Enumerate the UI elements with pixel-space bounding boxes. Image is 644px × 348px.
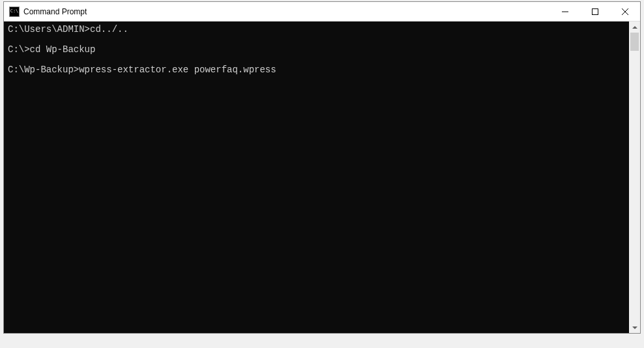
close-button[interactable]	[610, 2, 640, 21]
scroll-track[interactable]	[629, 33, 640, 322]
window-controls	[550, 2, 640, 21]
command-prompt-window: C:\ Command Prompt C:\Us	[3, 1, 641, 334]
svg-rect-1	[593, 8, 598, 14]
terminal-line: C:\Users\ADMIN>cd../..	[8, 24, 625, 35]
content-area: C:\Users\ADMIN>cd../.. C:\>cd Wp-Backup …	[4, 22, 640, 333]
cmd-icon-glyph: C:\	[10, 9, 19, 14]
vertical-scrollbar[interactable]	[629, 22, 640, 333]
minimize-button[interactable]	[550, 2, 580, 21]
chevron-down-icon	[632, 326, 637, 329]
terminal-output[interactable]: C:\Users\ADMIN>cd../.. C:\>cd Wp-Backup …	[4, 22, 629, 333]
minimize-icon	[562, 8, 568, 15]
scroll-up-button[interactable]	[629, 22, 640, 33]
maximize-button[interactable]	[580, 2, 610, 21]
terminal-line: C:\>cd Wp-Backup	[8, 44, 625, 55]
chevron-up-icon	[632, 26, 637, 29]
scroll-down-button[interactable]	[629, 322, 640, 333]
close-icon	[622, 8, 628, 15]
titlebar[interactable]: C:\ Command Prompt	[4, 2, 640, 22]
terminal-line: C:\Wp-Backup>wpress-extractor.exe powerf…	[8, 65, 625, 76]
cmd-icon: C:\	[9, 7, 20, 17]
scroll-thumb[interactable]	[630, 33, 639, 51]
window-title: Command Prompt	[23, 7, 550, 16]
maximize-icon	[592, 8, 598, 15]
